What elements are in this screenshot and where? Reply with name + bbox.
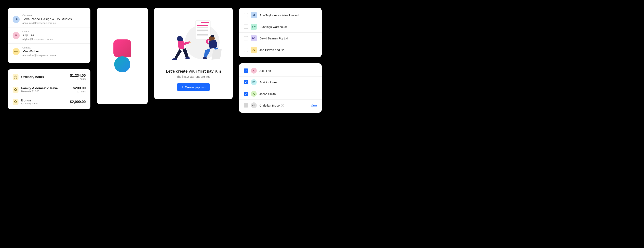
companies-card: ATAnn Taylor Associates LimitedBWBunning… (239, 8, 322, 57)
pay-item-amount: $200.00 (73, 86, 86, 90)
person-row[interactable]: ALAlex Lee (239, 65, 322, 77)
contact-type-label: Contact (22, 30, 53, 33)
pay-item-amount: $1,234.00 (70, 74, 86, 78)
person-row[interactable]: CBChristian Bruce ?View (239, 100, 322, 111)
checkbox[interactable] (244, 103, 248, 108)
svg-marker-2 (14, 101, 17, 103)
checkbox[interactable] (244, 92, 248, 96)
create-pay-run-button[interactable]: + Create pay run (177, 83, 210, 91)
contact-email: allylee@lovepeace.com.au (22, 38, 53, 41)
svg-rect-10 (197, 32, 205, 32)
contact-name: Love Peace Design & Co Studios (22, 17, 72, 21)
people-card: ALAlex LeeBJBoricio JonesJSJason SmithCB… (239, 63, 322, 113)
contact-row[interactable]: MWContactMia Walkermiawalker@lovepeace.c… (8, 44, 90, 59)
company-name: Ann Taylor Associates Limited (260, 13, 317, 17)
pay-item-amount-sub: 10 hours (70, 78, 86, 80)
avatar: JS (251, 91, 257, 97)
svg-marker-1 (14, 88, 17, 91)
pay-items-card: Ordinary hours$1,234.0010 hoursFamily & … (8, 69, 90, 109)
svg-marker-0 (14, 76, 17, 78)
checkbox[interactable] (244, 80, 248, 84)
star-icon (12, 74, 18, 80)
company-row[interactable]: DBDavid Batman Pty Ltd (239, 33, 322, 44)
company-badge: BW (251, 24, 257, 30)
svg-rect-9 (197, 30, 208, 31)
svg-rect-4 (196, 20, 210, 39)
svg-point-16 (185, 57, 190, 59)
avatar: MW (12, 48, 20, 55)
star-icon (12, 87, 18, 93)
person-name: Boricio Jones (260, 81, 317, 84)
onboarding-illustration: $ (160, 14, 227, 66)
star-icon (12, 99, 18, 105)
contact-name: Mia Walker (22, 49, 57, 53)
pay-item-amount-sub: 10 hours (73, 90, 86, 93)
app-logo (114, 39, 131, 72)
contacts-card: LPCustomerLove Peace Design & Co Studios… (8, 8, 90, 63)
svg-rect-18 (211, 35, 214, 37)
avatar: CB (251, 102, 257, 108)
checkbox[interactable] (244, 68, 248, 73)
avatar: AL (12, 32, 20, 39)
pay-item-row[interactable]: Ordinary hours$1,234.0010 hours (8, 71, 90, 83)
company-row[interactable]: BWBunnings Warehouse (239, 21, 322, 33)
pay-item-subtitle: Base rate $20.00 (21, 90, 70, 93)
avatar: LP (12, 16, 20, 23)
person-row[interactable]: BJBoricio Jones (239, 77, 322, 88)
svg-point-15 (172, 58, 177, 60)
onboarding-card: $ (154, 8, 233, 99)
pay-item-title: Bonus (21, 99, 67, 102)
company-row[interactable]: ATAnn Taylor Associates Limited (239, 9, 322, 21)
logo-card (97, 8, 148, 104)
contact-row[interactable]: LPCustomerLove Peace Design & Co Studios… (8, 11, 90, 27)
pay-item-subtitle: Quarterly bonus (21, 102, 67, 105)
contact-name: Ally Lee (22, 33, 53, 37)
view-link[interactable]: View (310, 104, 317, 107)
pay-item-amount: $2,000.00 (70, 100, 86, 104)
svg-point-19 (203, 57, 207, 59)
avatar: AL (251, 68, 257, 74)
checkbox[interactable] (244, 24, 248, 29)
person-row[interactable]: JSJason Smith (239, 88, 322, 100)
person-name: Jason Smith (260, 92, 317, 96)
person-name: Christian Bruce ? (260, 104, 308, 107)
checkbox[interactable] (244, 13, 248, 17)
svg-rect-8 (197, 29, 208, 29)
company-badge: DB (251, 35, 257, 41)
info-icon[interactable]: ? (281, 104, 284, 107)
avatar: BJ (251, 79, 257, 85)
company-badge: JC (251, 47, 257, 53)
contact-type-label: Customer (22, 14, 72, 17)
company-name: Bunnings Warehouse (260, 25, 317, 28)
onboarding-heading: Let's create your first pay run (166, 69, 221, 74)
checkbox[interactable] (244, 48, 248, 52)
pay-item-row[interactable]: Family & domestic leaveBase rate $20.00$… (8, 83, 90, 96)
svg-rect-7 (197, 27, 208, 28)
pay-item-row[interactable]: BonusQuarterly bonus$2,000.00 (8, 96, 90, 108)
svg-rect-5 (201, 22, 209, 23)
person-name: Alex Lee (260, 69, 317, 72)
svg-rect-11 (197, 34, 208, 35)
checkbox[interactable] (244, 36, 248, 40)
company-name: David Batman Pty Ltd (260, 37, 317, 40)
onboarding-subtext: The first 2 pay runs are free (176, 75, 210, 78)
contact-email: miawalker@lovepeace.com.au (22, 54, 57, 57)
contact-row[interactable]: ALContactAlly Leeallylee@lovepeace.com.a… (8, 27, 90, 44)
company-name: Jon Citizen and Co (260, 48, 317, 52)
contact-email: accounts@lovepeace.com.au (22, 22, 72, 24)
svg-rect-12 (197, 35, 208, 36)
company-badge: AT (251, 12, 257, 18)
pay-item-title: Ordinary hours (21, 75, 67, 79)
svg-rect-6 (197, 25, 208, 26)
contact-type-label: Contact (22, 46, 57, 49)
create-pay-run-label: Create pay run (185, 86, 206, 89)
company-row[interactable]: JCJon Citizen and Co (239, 44, 322, 56)
plus-icon: + (182, 85, 183, 89)
pay-item-title: Family & domestic leave (21, 87, 70, 90)
